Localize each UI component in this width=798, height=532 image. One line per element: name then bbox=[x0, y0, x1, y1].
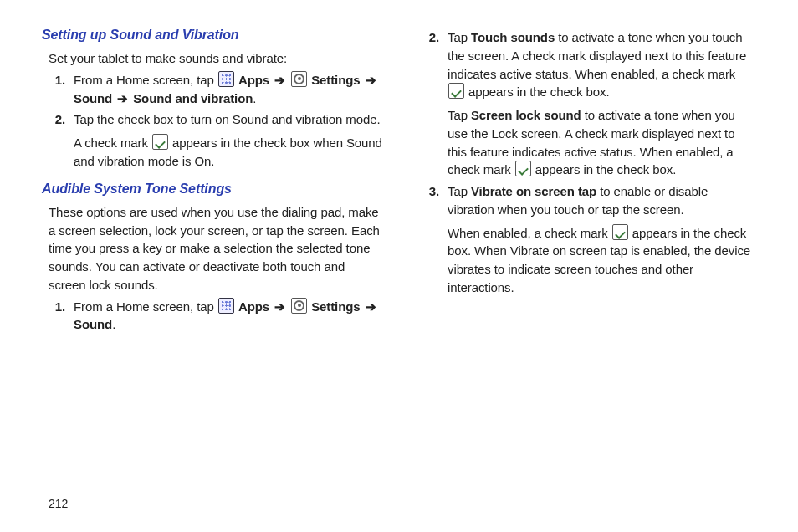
arrow-icon: ➔ bbox=[274, 299, 285, 314]
section-description: These options are used when you use the … bbox=[49, 203, 382, 294]
text-fragment: From a Home screen, tap bbox=[74, 299, 217, 314]
section-heading-audible-tone: Audible System Tone Settings bbox=[42, 179, 382, 198]
text-fragment: From a Home screen, tap bbox=[74, 73, 217, 87]
two-column-layout: Setting up Sound and Vibration Set your … bbox=[42, 25, 756, 337]
step-number: 1. bbox=[42, 298, 74, 316]
step-3: 3. Tap Vibrate on screen tap to enable o… bbox=[416, 182, 756, 297]
label-sound-and-vibration: Sound and vibration bbox=[133, 91, 253, 105]
arrow-icon: ➔ bbox=[366, 299, 376, 314]
step-number: 1. bbox=[42, 71, 74, 90]
step-2-text-b: A check mark appears in the check box wh… bbox=[74, 134, 382, 171]
arrow-icon: ➔ bbox=[117, 91, 128, 105]
steps-setup-sound: 1. From a Home screen, tap Apps ➔ Settin… bbox=[42, 71, 382, 171]
checkmark-icon bbox=[448, 83, 464, 99]
text-fragment: Tap bbox=[448, 30, 471, 44]
label-vibrate-on-screen-tap: Vibrate on screen tap bbox=[471, 184, 596, 198]
left-column: Setting up Sound and Vibration Set your … bbox=[42, 25, 382, 337]
label-apps: Apps bbox=[238, 73, 269, 87]
step-1: 1. From a Home screen, tap Apps ➔ Settin… bbox=[42, 71, 382, 108]
settings-icon bbox=[291, 298, 307, 314]
arrow-icon: ➔ bbox=[274, 73, 285, 87]
label-settings: Settings bbox=[311, 299, 360, 314]
step-2-screen-lock-sound: Tap Screen lock sound to activate a tone… bbox=[448, 106, 756, 179]
checkmark-icon bbox=[612, 224, 628, 240]
arrow-icon: ➔ bbox=[366, 73, 376, 87]
steps-continued: 2. Tap Touch sounds to activate a tone w… bbox=[416, 28, 756, 297]
label-touch-sounds: Touch sounds bbox=[471, 30, 555, 44]
label-screen-lock-sound: Screen lock sound bbox=[471, 108, 581, 122]
period: . bbox=[253, 91, 256, 105]
text-fragment: A check mark bbox=[74, 136, 151, 150]
checkmark-icon bbox=[515, 161, 531, 176]
page-number: 212 bbox=[49, 497, 68, 510]
label-apps: Apps bbox=[238, 299, 269, 314]
intro-text: Set your tablet to make sounds and vibra… bbox=[49, 49, 382, 68]
manual-page: Setting up Sound and Vibration Set your … bbox=[0, 0, 798, 532]
step-2-touch-sounds: Tap Touch sounds to activate a tone when… bbox=[448, 28, 756, 101]
apps-icon bbox=[218, 298, 234, 314]
text-fragment: Tap bbox=[448, 184, 471, 198]
step-2: 2. Tap the check box to turn on Sound an… bbox=[42, 110, 382, 170]
settings-icon bbox=[291, 71, 307, 87]
steps-audible-tone: 1. From a Home screen, tap Apps ➔ Settin… bbox=[42, 298, 382, 335]
right-column: 2. Tap Touch sounds to activate a tone w… bbox=[416, 25, 756, 337]
step-1: 1. From a Home screen, tap Apps ➔ Settin… bbox=[42, 298, 382, 335]
step-3-text-a: Tap Vibrate on screen tap to enable or d… bbox=[448, 182, 756, 219]
step-1-text: From a Home screen, tap Apps ➔ Settings … bbox=[74, 71, 382, 108]
step-2-text-a: Tap the check box to turn on Sound and v… bbox=[74, 110, 382, 129]
section-heading-sound-vibration: Setting up Sound and Vibration bbox=[42, 25, 382, 44]
period: . bbox=[112, 317, 115, 331]
step-2: 2. Tap Touch sounds to activate a tone w… bbox=[416, 28, 756, 179]
label-sound: Sound bbox=[74, 91, 112, 105]
label-sound: Sound bbox=[74, 317, 112, 331]
step-3-text-b: When enabled, a check mark appears in th… bbox=[448, 224, 756, 297]
step-number: 2. bbox=[42, 110, 74, 129]
label-settings: Settings bbox=[311, 73, 360, 87]
text-fragment: When enabled, a check mark bbox=[448, 226, 611, 240]
apps-icon bbox=[218, 71, 234, 87]
text-fragment: Tap bbox=[448, 108, 471, 122]
checkmark-icon bbox=[152, 134, 168, 150]
step-number: 2. bbox=[416, 28, 448, 47]
text-fragment: appears in the check box. bbox=[535, 162, 676, 176]
step-1-text: From a Home screen, tap Apps ➔ Settings … bbox=[74, 298, 382, 335]
step-number: 3. bbox=[416, 182, 448, 201]
text-fragment: appears in the check box. bbox=[468, 84, 609, 99]
